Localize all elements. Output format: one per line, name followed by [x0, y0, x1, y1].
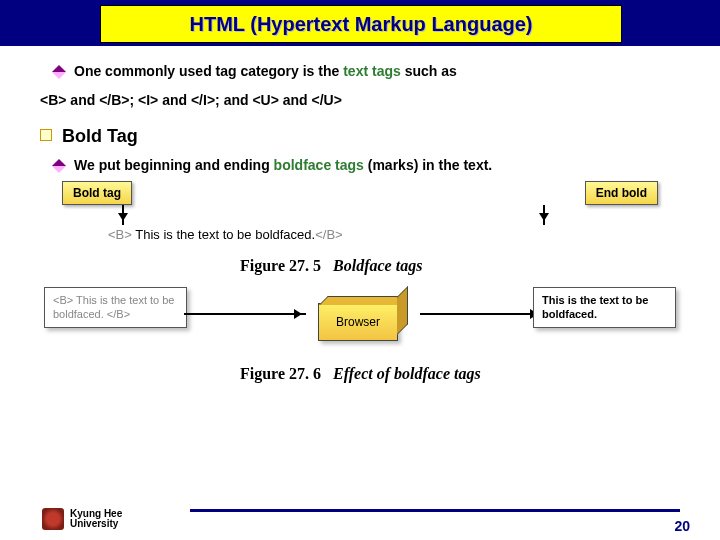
square-icon — [40, 129, 52, 141]
browser-label: Browser — [336, 315, 380, 329]
tag-mid: This is the text to be boldfaced. — [132, 227, 315, 242]
output-card: This is the text to be boldfaced. — [533, 287, 676, 329]
label-end-bold: End bold — [585, 181, 658, 205]
university-mark: Kyung Hee University — [42, 508, 122, 530]
label-bold-tag: Bold tag — [62, 181, 132, 205]
t: We put beginning and ending — [74, 157, 274, 173]
arrow-right-icon — [184, 313, 306, 315]
t-hl: text tags — [343, 63, 401, 79]
heading-bold-tag: Bold Tag — [62, 124, 138, 148]
out-b: This is — [542, 294, 577, 306]
arrow-down-icon — [122, 205, 124, 225]
bullet-h2: Bold Tag — [40, 124, 680, 148]
arrow-down-icon — [543, 205, 545, 225]
tag-open: <B> — [108, 227, 132, 242]
title-bar: HTML (Hypertext Markup Language) — [0, 0, 720, 46]
src: <B> This is the text to be boldfaced. </… — [53, 294, 174, 320]
page-title: HTML (Hypertext Markup Language) — [190, 13, 533, 36]
fig-txt: Boldface tags — [333, 257, 422, 274]
t: (marks) in the text. — [364, 157, 492, 173]
university-logo-icon — [42, 508, 64, 530]
slide: { "title": "HTML (Hypertext Markup Langu… — [0, 0, 720, 540]
footer-rule — [190, 509, 680, 512]
figure-2-caption: Figure 27. 6 Effect of boldface tags — [40, 365, 680, 383]
source-card: <B> This is the text to be boldfaced. </… — [44, 287, 187, 329]
t-hl: boldface tags — [274, 157, 364, 173]
figure-1: Bold tag End bold <B> This is the text t… — [40, 181, 680, 255]
browser-box: Browser — [318, 303, 398, 341]
figure-1-caption: Figure 27. 5 Boldface tags — [40, 257, 680, 275]
code-line: <B> and </B>; <I> and </I>; and <U> and … — [40, 91, 680, 110]
university-name: Kyung Hee University — [70, 509, 122, 530]
t: such as — [401, 63, 457, 79]
tag-close: </B> — [315, 227, 342, 242]
page-number: 20 — [674, 518, 690, 534]
t: One commonly used tag category is the — [74, 63, 343, 79]
sample-code: <B> This is the text to be boldfaced.</B… — [108, 227, 343, 242]
fig-num: Figure 27. 5 — [240, 257, 321, 274]
text: We put beginning and ending boldface tag… — [74, 156, 492, 175]
footer: Kyung Hee University 20 — [0, 500, 720, 534]
content: One commonly used tag category is the te… — [0, 46, 720, 383]
bullet-2: We put beginning and ending boldface tag… — [40, 156, 680, 175]
diamond-icon — [52, 159, 66, 173]
fig-num: Figure 27. 6 — [240, 365, 321, 382]
figure-2: <B> This is the text to be boldfaced. </… — [40, 281, 680, 363]
text: One commonly used tag category is the te… — [74, 62, 457, 81]
l2: University — [70, 519, 122, 530]
browser-node: Browser — [318, 295, 414, 341]
arrow-right-icon — [420, 313, 542, 315]
fig-txt: Effect of boldface tags — [333, 365, 481, 382]
diamond-icon — [52, 65, 66, 79]
bullet-1: One commonly used tag category is the te… — [40, 62, 680, 81]
title-box: HTML (Hypertext Markup Language) — [100, 5, 622, 43]
